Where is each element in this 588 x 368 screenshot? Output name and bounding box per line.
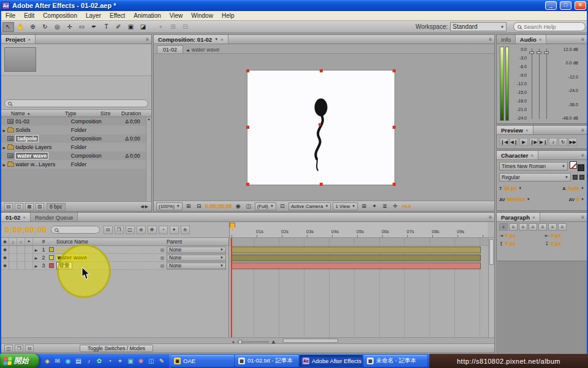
tab-character[interactable]: Character ×: [497, 151, 538, 159]
layer-label-swatch[interactable]: [49, 247, 54, 252]
indent-right-field[interactable]: ⇤0 px: [545, 232, 585, 239]
active-camera-select[interactable]: Active Camera▼: [288, 202, 331, 210]
graph-editor-icon[interactable]: ≋: [181, 226, 190, 234]
quicklaunch-clock-icon[interactable]: ◔: [105, 356, 115, 366]
menu-help[interactable]: Help: [217, 12, 239, 20]
project-scrollbar[interactable]: ▲: [146, 117, 151, 201]
composition-viewer[interactable]: [154, 54, 494, 201]
expand-layer-switches-icon[interactable]: ◫: [4, 345, 13, 352]
project-row[interactable]: 01-02 Composition Δ 0;00: [1, 117, 151, 126]
panel-menu-icon[interactable]: ≡: [579, 37, 587, 42]
font-size-select[interactable]: 36 px ▼: [504, 185, 522, 191]
layer-duration-bar[interactable]: [231, 247, 481, 253]
tracking-select[interactable]: 0 ▼: [576, 196, 584, 202]
solo-toggle[interactable]: [17, 262, 25, 269]
solo-toggle[interactable]: [17, 254, 25, 261]
selection-handle[interactable]: [320, 183, 323, 186]
zoom-tool[interactable]: ⊕: [27, 22, 39, 32]
zoom-track[interactable]: [237, 341, 269, 343]
pixel-aspect-icon[interactable]: ⊞: [360, 202, 368, 210]
color-depth-button[interactable]: 8 bpc: [47, 203, 66, 210]
selection-handle[interactable]: [393, 69, 396, 72]
quicklaunch-notes-icon[interactable]: ✎: [157, 356, 167, 366]
panel-menu-icon[interactable]: ≡: [579, 128, 587, 133]
align-right-button[interactable]: ≡: [519, 223, 527, 231]
expander-icon[interactable]: ▶: [33, 248, 39, 252]
layer-row[interactable]: ◉ ▶ 3 背景 ··· ◎ None▼: [1, 262, 228, 270]
close-tab-icon[interactable]: ×: [526, 128, 529, 133]
project-search-field[interactable]: [4, 99, 148, 107]
interpret-footage-icon[interactable]: ▤: [4, 203, 13, 210]
justify-last-center-button[interactable]: ≡: [538, 223, 547, 231]
resolution-select[interactable]: (Full)▼: [255, 202, 276, 210]
view-layout-select[interactable]: 1 View▼: [333, 202, 358, 210]
close-tab-icon[interactable]: ×: [530, 153, 533, 158]
visibility-toggle[interactable]: ◉: [1, 262, 9, 269]
fast-preview-icon[interactable]: ✦: [370, 202, 379, 210]
tab-timeline-comp[interactable]: 01-02 ×: [1, 213, 31, 221]
motion-blur-icon[interactable]: ◔: [159, 226, 168, 234]
show-snapshot-icon[interactable]: ◫: [244, 202, 253, 210]
minimize-button[interactable]: _: [545, 1, 557, 10]
leading-select[interactable]: Auto ▼: [568, 185, 584, 191]
mask-shape-tool[interactable]: ▭: [76, 22, 88, 32]
tab-paragraph[interactable]: Paragraph ×: [497, 213, 540, 221]
justify-last-left-button[interactable]: ≡: [529, 223, 537, 231]
next-frame-button[interactable]: ❙▶: [529, 138, 538, 146]
column-name[interactable]: Name ▲: [1, 110, 65, 117]
selection-handle[interactable]: [246, 183, 249, 186]
exposure-value[interactable]: +0.0: [401, 204, 411, 209]
quicklaunch-media-icon[interactable]: ♪: [84, 356, 94, 366]
current-time-display[interactable]: 0;00;00;00: [5, 225, 47, 234]
fader-knob-left[interactable]: [529, 52, 534, 54]
expander-icon[interactable]: ▶: [33, 256, 39, 260]
live-update-icon[interactable]: ❒: [115, 226, 124, 234]
selection-handle[interactable]: [393, 126, 396, 129]
audio-toggle[interactable]: [9, 262, 17, 269]
current-time-indicator[interactable]: [230, 223, 235, 230]
quicklaunch-desktop-icon[interactable]: ◈: [42, 356, 52, 366]
menu-composition[interactable]: Composition: [39, 12, 81, 20]
column-parent[interactable]: Parent: [167, 239, 228, 245]
lock-toggle[interactable]: [25, 254, 33, 261]
quicklaunch-flower-icon[interactable]: ✿: [94, 356, 104, 366]
scroll-left-icon[interactable]: ◀: [140, 204, 143, 209]
timeline-search-input[interactable]: [60, 227, 96, 233]
pickwhip-icon[interactable]: ◎: [158, 263, 167, 269]
magnification-select[interactable]: (100%)▼: [156, 202, 183, 210]
quicklaunch-app1-icon[interactable]: ▣: [126, 356, 135, 366]
expander-icon[interactable]: ▶: [1, 128, 7, 132]
parent-select[interactable]: None▼: [167, 255, 226, 261]
menu-layer[interactable]: Layer: [81, 12, 105, 20]
zoom-in-icon[interactable]: ▲: [271, 339, 276, 345]
audio-toggle-button[interactable]: ♪: [549, 138, 557, 146]
timeline-search-field[interactable]: [51, 226, 100, 234]
selection-handle[interactable]: [320, 69, 323, 72]
hand-tool[interactable]: ✋: [15, 22, 26, 32]
layer-label-swatch[interactable]: [49, 255, 54, 260]
hide-shy-icon[interactable]: ⊕: [137, 226, 146, 234]
close-tab-icon[interactable]: ×: [532, 215, 535, 220]
column-size[interactable]: Size: [100, 110, 121, 117]
project-row[interactable]: ▶ Solids Folder: [1, 126, 151, 134]
expand-in-out-icon[interactable]: ⊟: [25, 345, 34, 352]
panel-menu-icon[interactable]: ≡: [486, 37, 494, 42]
selection-handle[interactable]: [393, 183, 396, 186]
audio-toggle[interactable]: [9, 254, 17, 261]
text-color-chips[interactable]: [570, 161, 584, 171]
indent-left-field[interactable]: ⇥0 px: [499, 232, 539, 239]
help-search-input[interactable]: [524, 23, 579, 30]
layer-switches[interactable]: ···: [127, 248, 158, 252]
column-duration[interactable]: Duration: [121, 110, 149, 117]
align-center-button[interactable]: ≡: [509, 223, 518, 231]
tab-composition[interactable]: Composition: 01-02 ▼ ×: [154, 35, 228, 44]
selection-tool[interactable]: ↖: [2, 22, 14, 32]
camera-tool[interactable]: ◎: [51, 22, 63, 32]
layer-label-swatch[interactable]: [49, 263, 54, 268]
solo-toggle[interactable]: [17, 246, 25, 253]
audio-toggle[interactable]: [9, 246, 17, 253]
menu-animation[interactable]: Animation: [129, 12, 165, 20]
brush-tool[interactable]: ✐: [113, 22, 124, 32]
scroll-right-icon[interactable]: ▶: [145, 204, 148, 209]
project-row[interactable]: ▶ tadpole Layers Folder: [1, 143, 151, 151]
